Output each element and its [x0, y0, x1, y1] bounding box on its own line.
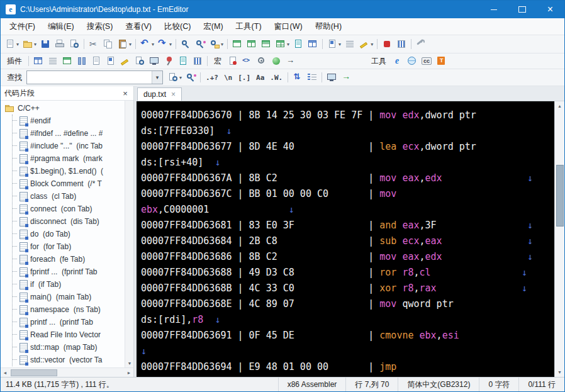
tool-web-button[interactable]: [405, 53, 419, 69]
editor-vertical-scrollbar[interactable]: [554, 101, 564, 377]
snippet-item[interactable]: disconnect (dis Tab): [13, 215, 125, 228]
editor-line[interactable]: ebx,C0000001 ↓: [141, 202, 554, 218]
document-mode-button[interactable]: [325, 36, 342, 52]
macro-options-button[interactable]: [255, 53, 269, 69]
paste-button[interactable]: [116, 36, 133, 52]
snippet-item[interactable]: for (for Tab): [13, 240, 125, 253]
menu-item[interactable]: 帮助(H): [309, 18, 348, 35]
plugin-button-word-count[interactable]: [89, 53, 103, 69]
plugin-button-explorer[interactable]: [60, 53, 74, 69]
status-field[interactable]: 行 7,列 70: [345, 378, 398, 391]
whole-word-toggle[interactable]: .W.: [267, 70, 285, 85]
close-tab-icon[interactable]: [171, 90, 176, 99]
menu-item[interactable]: 编辑(E): [42, 18, 81, 35]
snippet-item[interactable]: std::map (map Tab): [13, 341, 125, 354]
snippets-vertical-scrollbar[interactable]: [125, 101, 133, 367]
plugin-button-html-bar[interactable]: [31, 53, 45, 69]
snippet-item[interactable]: #endif: [13, 115, 125, 127]
split-horizontal-button[interactable]: [259, 36, 273, 52]
plugin-button-tooltip[interactable]: [162, 53, 176, 69]
plugin-button-sort[interactable]: [191, 53, 204, 69]
plugin-button-web-preview[interactable]: [147, 53, 161, 69]
scroll-down-icon[interactable]: [125, 359, 134, 367]
tool-browser-button[interactable]: [391, 53, 405, 69]
snippet-item[interactable]: #pragma mark (mark: [13, 152, 125, 165]
scroll-left-icon[interactable]: [1, 368, 9, 377]
plugin-button-markers[interactable]: [118, 53, 132, 69]
snippet-item[interactable]: std::vector (vector Ta: [13, 354, 125, 366]
status-field[interactable]: 简体中文(GB2312): [398, 378, 479, 391]
editor-line[interactable]: 00007FF84DD6368B | 4C 33 C0 | xor r8,rax…: [141, 281, 554, 296]
escape-seq-toggle[interactable]: \n: [221, 70, 235, 85]
status-field[interactable]: 0 字符: [479, 378, 518, 391]
editor-line[interactable]: 00007FF84DD63686 | 8B C2 | mov eax,edx ↓: [141, 249, 554, 265]
menu-item[interactable]: 查看(V): [119, 18, 158, 35]
compare-documents-button[interactable]: [291, 36, 305, 52]
snippet-item[interactable]: if (if Tab): [13, 278, 125, 291]
replace-button[interactable]: [193, 36, 207, 52]
search-direction-button[interactable]: [291, 70, 305, 85]
print-preview-button[interactable]: [67, 36, 81, 52]
plugin-button-compare[interactable]: [176, 53, 190, 69]
play-macro-button[interactable]: [394, 36, 408, 52]
close-panel-icon[interactable]: [121, 89, 130, 98]
macro-record-button[interactable]: [226, 53, 240, 69]
scrollbar-track[interactable]: [9, 368, 125, 377]
snippet-item[interactable]: Block Comment (/* T: [13, 177, 125, 190]
status-field[interactable]: 0/111 行: [518, 378, 564, 391]
macro-run-button[interactable]: [269, 53, 283, 69]
snippet-item[interactable]: $1.begin(), $1.end() (: [13, 165, 125, 177]
maximize-button[interactable]: [508, 1, 536, 18]
combo-dropdown-icon[interactable]: [152, 71, 162, 84]
bookmark-all-button[interactable]: [305, 70, 319, 85]
sync-scroll-button[interactable]: [306, 36, 320, 52]
editor-line[interactable]: 00007FF84DD63670 | 8B 14 25 30 03 FE 7F …: [141, 108, 554, 123]
menu-item[interactable]: 宏(M): [197, 18, 229, 35]
undo-button[interactable]: [138, 36, 155, 52]
snippet-item[interactable]: #ifndef ... #define ... #: [13, 127, 125, 140]
find-replace-button[interactable]: [184, 70, 198, 85]
snippet-item[interactable]: printf ... (printf Tab: [13, 316, 125, 328]
number-range-toggle[interactable]: [.]: [235, 70, 253, 85]
find-next-button[interactable]: [166, 70, 183, 85]
snippet-item[interactable]: do (do Tab): [13, 228, 125, 240]
status-field[interactable]: x86 Assembler: [278, 378, 346, 391]
tab-dup-txt[interactable]: dup.txt: [137, 87, 182, 101]
plugin-button-outline[interactable]: [46, 53, 60, 69]
split-vertical-button[interactable]: [245, 36, 259, 52]
highlight-button[interactable]: [357, 36, 374, 52]
split-four-button[interactable]: [274, 36, 291, 52]
editor-line[interactable]: 00007FF84DD63688 | 49 D3 C8 | ror r8,cl …: [141, 265, 554, 281]
editor-content[interactable]: 00007FF84DD63670 | 8B 14 25 30 03 FE 7F …: [137, 101, 554, 377]
editor-line[interactable]: ds:[rdi],r8 ↓: [141, 312, 554, 328]
editor-line[interactable]: 00007FF84DD6367A | 8B C2 | mov eax,edx ↓: [141, 171, 554, 186]
editor-line[interactable]: 00007FF84DD6368E | 4C 89 07 | mov qword …: [141, 296, 554, 312]
editor-line[interactable]: 00007FF84DD63691 | 0F 45 DE | cmovne ebx…: [141, 328, 554, 344]
scroll-down-icon[interactable]: [555, 367, 564, 377]
macro-jump-button[interactable]: [284, 53, 298, 69]
outline-button[interactable]: [343, 36, 357, 52]
editor-scroll-thumb[interactable]: [556, 165, 564, 227]
close-button[interactable]: [536, 1, 564, 18]
scroll-right-icon[interactable]: [125, 368, 133, 377]
copy-button[interactable]: [101, 36, 115, 52]
cut-button[interactable]: [87, 36, 101, 52]
snippet-item[interactable]: class (cl Tab): [13, 190, 125, 203]
open-file-button[interactable]: [21, 36, 38, 52]
menu-item[interactable]: 工具(T): [230, 18, 268, 35]
save-button[interactable]: [38, 36, 52, 52]
macro-edit-button[interactable]: [240, 53, 254, 69]
editor-line[interactable]: 00007FF84DD63694 | E9 48 01 00 00 | jmp: [141, 359, 554, 375]
editor-line[interactable]: ds:[rsi+40] ↓: [141, 155, 554, 171]
go-button[interactable]: [339, 70, 353, 85]
record-macro-button[interactable]: [380, 36, 394, 52]
snippet-item[interactable]: #include "..." (inc Tab: [13, 140, 125, 152]
find-in-files-button[interactable]: [208, 36, 225, 52]
print-button[interactable]: [53, 36, 67, 52]
new-file-button[interactable]: [3, 36, 20, 52]
snippet-item[interactable]: main() (main Tab): [13, 291, 125, 303]
menu-item[interactable]: 文件(F): [3, 18, 42, 35]
editor-line[interactable]: 00007FF84DD63681 | 83 E0 3F | and eax,3F…: [141, 218, 554, 233]
snippets-horizontal-scrollbar[interactable]: [1, 367, 133, 377]
snippet-item[interactable]: connect (con Tab): [13, 203, 125, 215]
